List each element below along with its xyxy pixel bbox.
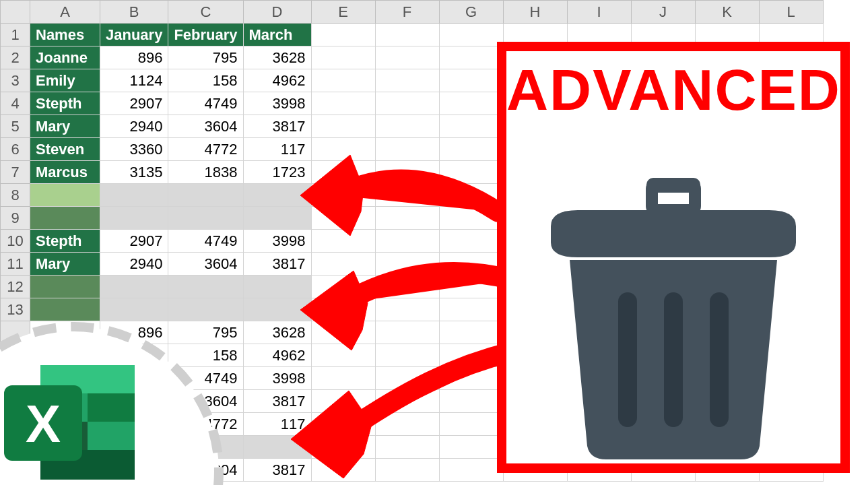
- cell[interactable]: 4749: [168, 92, 243, 115]
- cell[interactable]: [375, 436, 439, 459]
- cell[interactable]: [311, 413, 375, 436]
- cell[interactable]: [375, 161, 439, 184]
- cell[interactable]: [439, 436, 503, 459]
- cell[interactable]: [375, 459, 439, 482]
- col-header-F[interactable]: F: [375, 1, 439, 24]
- col-header-E[interactable]: E: [311, 1, 375, 24]
- cell[interactable]: [243, 207, 311, 230]
- cell[interactable]: [311, 276, 375, 298]
- cell[interactable]: [439, 413, 503, 436]
- cell[interactable]: [439, 46, 503, 69]
- cell[interactable]: [439, 390, 503, 413]
- cell[interactable]: 4772: [168, 413, 243, 436]
- cell[interactable]: [439, 24, 503, 46]
- cell[interactable]: [168, 298, 243, 321]
- row-header[interactable]: 13: [1, 298, 30, 321]
- row-header[interactable]: 9: [1, 207, 30, 230]
- cell[interactable]: 3628: [243, 46, 311, 69]
- cell[interactable]: 1723: [243, 161, 311, 184]
- cell[interactable]: 4962: [243, 344, 311, 367]
- col-header-J[interactable]: J: [631, 1, 695, 24]
- cell[interactable]: 3817: [243, 459, 311, 482]
- cell[interactable]: 3998: [243, 230, 311, 253]
- col-header-I[interactable]: I: [567, 1, 631, 24]
- cell[interactable]: March: [243, 24, 311, 46]
- row-header[interactable]: 2: [1, 46, 30, 69]
- cell[interactable]: [375, 24, 439, 46]
- cell[interactable]: [439, 69, 503, 92]
- cell[interactable]: [311, 184, 375, 207]
- cell[interactable]: [439, 367, 503, 390]
- cell[interactable]: [168, 184, 243, 207]
- cell[interactable]: [311, 253, 375, 276]
- cell[interactable]: [311, 367, 375, 390]
- cell[interactable]: [30, 321, 100, 344]
- cell[interactable]: 3604: [168, 459, 243, 482]
- cell[interactable]: [311, 46, 375, 69]
- cell[interactable]: [375, 46, 439, 69]
- cell[interactable]: [311, 298, 375, 321]
- cell[interactable]: 2907: [100, 230, 168, 253]
- cell[interactable]: 3998: [243, 92, 311, 115]
- cell[interactable]: 3817: [243, 390, 311, 413]
- cell[interactable]: 896: [100, 46, 168, 69]
- cell[interactable]: [100, 184, 168, 207]
- col-header-L[interactable]: L: [759, 1, 823, 24]
- cell[interactable]: [30, 276, 100, 298]
- cell[interactable]: February: [168, 24, 243, 46]
- cell[interactable]: 3817: [243, 253, 311, 276]
- cell[interactable]: [243, 184, 311, 207]
- cell[interactable]: 1124: [100, 69, 168, 92]
- cell[interactable]: 795: [168, 321, 243, 344]
- col-header-C[interactable]: C: [168, 1, 243, 24]
- cell[interactable]: [311, 459, 375, 482]
- cell[interactable]: Marcus: [30, 161, 100, 184]
- col-header-B[interactable]: B: [100, 1, 168, 24]
- cell[interactable]: Stepth: [30, 92, 100, 115]
- cell[interactable]: [439, 276, 503, 298]
- col-header-H[interactable]: H: [503, 1, 567, 24]
- cell[interactable]: 1838: [168, 161, 243, 184]
- cell[interactable]: Joanne: [30, 46, 100, 69]
- col-header-G[interactable]: G: [439, 1, 503, 24]
- cell[interactable]: [375, 69, 439, 92]
- cell[interactable]: [375, 115, 439, 138]
- cell[interactable]: [375, 92, 439, 115]
- cell[interactable]: [168, 436, 243, 459]
- cell[interactable]: 3817: [243, 115, 311, 138]
- cell[interactable]: 4772: [168, 138, 243, 161]
- cell[interactable]: [311, 138, 375, 161]
- cell[interactable]: Emily: [30, 69, 100, 92]
- row-header[interactable]: 3: [1, 69, 30, 92]
- cell[interactable]: [439, 253, 503, 276]
- row-header[interactable]: 6: [1, 138, 30, 161]
- cell[interactable]: [311, 436, 375, 459]
- cell[interactable]: 4749: [168, 367, 243, 390]
- cell[interactable]: January: [100, 24, 168, 46]
- cell[interactable]: [311, 207, 375, 230]
- cell[interactable]: [439, 138, 503, 161]
- cell[interactable]: 3604: [168, 390, 243, 413]
- row-header[interactable]: 12: [1, 276, 30, 298]
- cell[interactable]: [243, 436, 311, 459]
- cell[interactable]: [30, 184, 100, 207]
- cell[interactable]: [375, 230, 439, 253]
- cell[interactable]: 2940: [100, 115, 168, 138]
- cell[interactable]: Steven: [30, 138, 100, 161]
- cell[interactable]: 158: [168, 69, 243, 92]
- col-header-K[interactable]: K: [695, 1, 759, 24]
- cell[interactable]: [311, 115, 375, 138]
- cell[interactable]: 4749: [168, 230, 243, 253]
- cell[interactable]: [243, 298, 311, 321]
- cell[interactable]: [243, 276, 311, 298]
- cell[interactable]: [311, 24, 375, 46]
- select-all-corner[interactable]: [1, 1, 30, 24]
- cell[interactable]: [375, 138, 439, 161]
- cell[interactable]: [168, 276, 243, 298]
- cell[interactable]: 117: [243, 413, 311, 436]
- cell[interactable]: 4962: [243, 69, 311, 92]
- cell[interactable]: Names: [30, 24, 100, 46]
- cell[interactable]: [311, 92, 375, 115]
- cell[interactable]: 896: [100, 321, 168, 344]
- cell[interactable]: 795: [168, 46, 243, 69]
